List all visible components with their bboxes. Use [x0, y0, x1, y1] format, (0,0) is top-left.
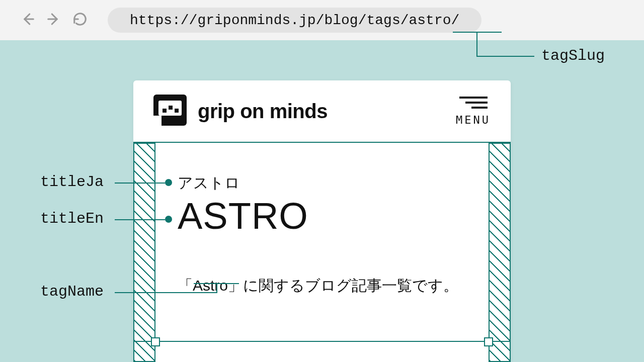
card-body: アストロ ASTRO 「Astro」に関するブログ記事一覧です。 — [133, 143, 511, 362]
url-suffix: / — [451, 13, 460, 28]
connector — [476, 56, 534, 57]
url-prefix: https://griponminds.jp/blog/tags/ — [130, 13, 409, 28]
brand-name: grip on minds — [198, 100, 328, 123]
reload-icon[interactable] — [72, 12, 88, 29]
connector — [194, 283, 239, 284]
brand[interactable]: grip on minds — [153, 95, 328, 128]
hamburger-icon — [459, 97, 488, 109]
content-area: アストロ ASTRO 「Astro」に関するブログ記事一覧です。 — [155, 143, 489, 362]
svg-rect-6 — [175, 109, 179, 113]
callout-titleja: titleJa — [40, 173, 104, 191]
title-ja: アストロ — [178, 173, 466, 194]
logo-icon — [153, 95, 187, 128]
bullet-icon — [165, 216, 172, 223]
nav-icons — [20, 12, 88, 29]
callout-tagslug: tagSlug — [541, 47, 605, 64]
svg-rect-8 — [153, 116, 162, 126]
card-header: grip on minds MENU — [133, 80, 511, 143]
hatch-right — [489, 143, 511, 362]
corner-handle — [484, 337, 493, 346]
connector — [115, 292, 217, 293]
connector — [115, 183, 165, 184]
tag-name: Astro — [193, 277, 228, 294]
menu-button[interactable]: MENU — [456, 97, 491, 126]
title-en: ASTRO — [178, 197, 466, 236]
callout-tagname: tagName — [40, 283, 104, 300]
svg-rect-5 — [169, 106, 173, 110]
callout-titleen: titleEn — [40, 210, 104, 227]
forward-icon[interactable] — [46, 12, 61, 29]
description: 「Astro」に関するブログ記事一覧です。 — [178, 271, 466, 300]
back-icon[interactable] — [20, 12, 35, 29]
svg-rect-4 — [163, 109, 167, 113]
connector — [216, 283, 217, 293]
connector — [115, 219, 165, 220]
desc-suffix: 」に関するブログ記事一覧です。 — [228, 277, 458, 294]
page-card: grip on minds MENU アストロ ASTRO 「Astro」に関す… — [133, 80, 511, 362]
url-bar[interactable]: https://griponminds.jp/blog/tags/astro/ — [108, 8, 481, 33]
bullet-icon — [165, 179, 172, 186]
browser-chrome: https://griponminds.jp/blog/tags/astro/ — [0, 0, 644, 40]
connector — [476, 32, 477, 56]
url-slug: astro — [409, 13, 451, 28]
hatch-left — [133, 143, 155, 362]
corner-handle — [151, 337, 160, 346]
menu-label: MENU — [456, 114, 491, 126]
bottom-border — [133, 341, 511, 342]
desc-prefix: 「 — [178, 277, 193, 294]
